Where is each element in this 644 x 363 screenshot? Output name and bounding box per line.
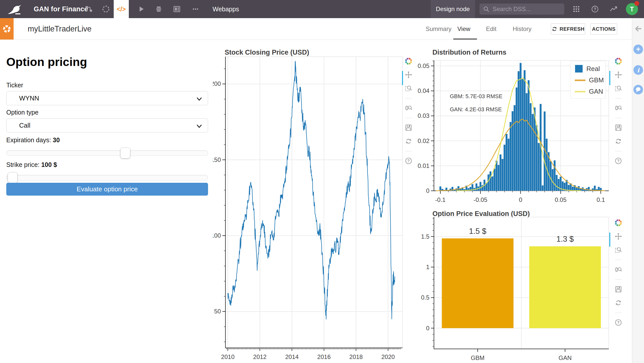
svg-text:2010: 2010 [221,353,234,360]
help-icon[interactable]: ? [615,157,622,165]
bokeh-logo-icon[interactable] [615,57,622,65]
refresh-button[interactable]: REFRESH [551,23,585,34]
help-icon[interactable]: ? [405,157,412,165]
tab-edit[interactable]: Edit [486,18,496,40]
option-type-select[interactable]: Call [6,118,208,132]
reset-icon[interactable] [615,299,622,307]
code-icon[interactable]: </> [114,0,129,18]
wheel-zoom-icon[interactable] [615,266,622,273]
svg-text:1: 1 [426,264,429,270]
collapse-arrow-icon[interactable] [634,25,642,34]
help-icon[interactable]: ? [615,319,622,326]
svg-text:?: ? [617,320,620,325]
svg-text:?: ? [617,159,620,163]
webapp-icon [0,18,14,40]
chevron-down-icon [196,96,202,103]
bokeh-logo-icon[interactable] [615,219,622,227]
project-title[interactable]: GAN for Finance [34,0,88,18]
reset-icon[interactable] [405,137,412,145]
dataiku-logo-icon[interactable] [7,4,22,15]
trend-icon[interactable] [606,0,621,18]
apps-grid-icon[interactable] [569,0,584,18]
svg-text:0.04: 0.04 [418,87,429,94]
more-icon[interactable] [188,0,203,18]
option-type-label: Option type [6,109,38,116]
top-navbar: GAN for Finance </> [0,0,644,18]
box-zoom-icon[interactable] [615,85,622,92]
option-price-chart: Option Price Evaluation (USD) 00.511.51.… [413,209,624,363]
wheel-zoom-icon[interactable] [405,104,412,112]
svg-text:1.3 $: 1.3 $ [556,235,574,243]
jobs-icon[interactable] [151,0,166,18]
bokeh-toolbar: ? [404,57,414,171]
dashboard-icon[interactable] [170,0,184,18]
pan-icon[interactable] [615,233,622,240]
svg-text:1.5 $: 1.5 $ [469,227,486,236]
legend-item-gbm[interactable]: GBM [575,76,606,84]
svg-text:GAN: GAN [558,354,572,361]
save-icon[interactable] [615,285,622,293]
option-price-plot[interactable]: 00.511.51.5 $GBM1.3 $GAN [413,215,616,363]
legend: Real GBM GAN [571,61,606,99]
evaluate-button[interactable]: Evaluate option price [6,183,208,196]
svg-text:-0.1: -0.1 [435,196,446,203]
save-icon[interactable] [405,124,412,131]
chat-icon [634,86,642,93]
expiration-slider-thumb[interactable] [120,148,130,158]
toolbar-divider [405,118,412,118]
actions-button[interactable]: ACTIONS [590,23,617,34]
plus-icon: + [636,45,640,53]
wheel-zoom-icon[interactable] [615,104,622,112]
svg-text:1.5: 1.5 [421,233,429,240]
pan-icon[interactable] [405,71,412,79]
right-rail: + i [632,18,644,363]
ticker-select[interactable]: WYNN [6,91,208,105]
strike-value: 100 $ [41,161,57,168]
help-icon[interactable]: ? [588,0,602,18]
lab-icon[interactable] [99,0,113,18]
toolbar-divider [615,313,622,313]
tab-summary[interactable]: Summary [426,18,452,40]
expiration-value: 30 [53,136,60,143]
bokeh-logo-icon[interactable] [405,57,412,65]
svg-text:?: ? [407,159,410,163]
play-icon[interactable] [134,0,148,18]
tab-history[interactable]: History [513,18,532,40]
stock-price-chart: Stock Closing Price (USD) 20102012201420… [213,47,422,363]
strike-slider-thumb[interactable] [8,172,17,183]
reset-icon[interactable] [615,137,622,145]
box-zoom-icon[interactable] [405,85,412,92]
notification-dot [634,1,639,6]
search-input[interactable] [493,6,560,13]
toolbar-divider [405,98,412,98]
active-tool-indicator [609,233,610,247]
svg-text:50: 50 [214,308,221,315]
design-node-badge[interactable]: Design node [431,0,475,18]
svg-text:200: 200 [213,80,221,87]
save-icon[interactable] [615,124,622,131]
svg-text:0.05: 0.05 [418,62,429,69]
search-icon [483,6,490,12]
tab-view[interactable]: View [457,18,470,40]
plus-button[interactable]: + [633,45,643,54]
svg-text:0.05: 0.05 [555,196,567,203]
box-zoom-icon[interactable] [615,246,622,254]
legend-item-real[interactable]: Real [575,65,606,73]
info-button[interactable]: i [633,65,643,75]
gbm-rmse-annotation: GBM: 5.7E-03 RMSE [450,93,502,100]
search-box[interactable] [479,4,564,15]
expiration-slider[interactable] [6,150,208,156]
webapps-breadcrumb[interactable]: Webapps [213,0,239,18]
legend-item-gan[interactable]: GAN [575,88,606,95]
svg-text:2012: 2012 [253,353,266,360]
chat-button[interactable] [633,85,643,94]
strike-slider[interactable] [6,175,208,180]
stock-price-plot[interactable]: 20102012201420162018202050100150200 [213,47,417,363]
svg-text:0: 0 [519,196,522,203]
pan-icon[interactable] [615,71,622,79]
bokeh-toolbar: ? [613,57,623,171]
distribution-chart: Distribution of Returns -0.1-0.0500.050.… [413,47,624,209]
app-header: myLittleTraderLive Summary View Edit His… [0,18,632,40]
svg-text:0: 0 [426,187,429,194]
flow-icon[interactable] [82,0,96,18]
